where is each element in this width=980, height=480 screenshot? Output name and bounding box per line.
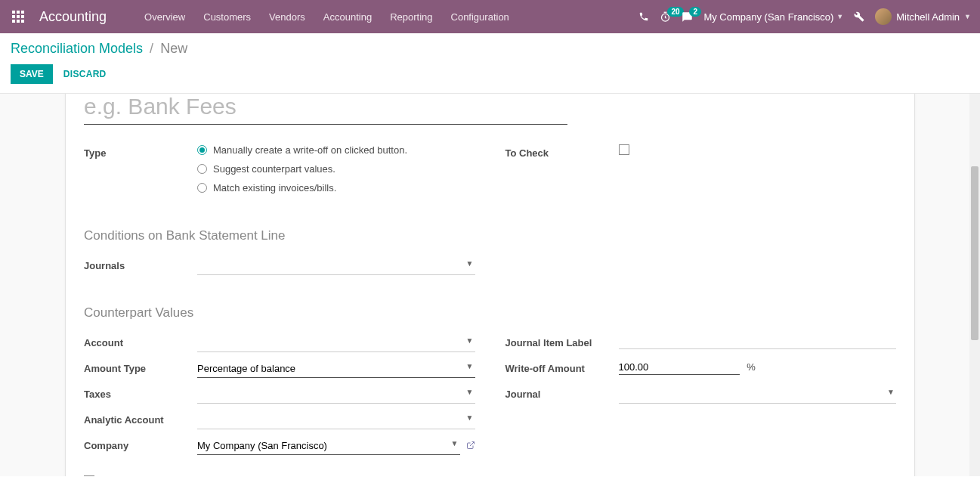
type-option-writeoff[interactable]: Manually create a write-off on clicked b… [197,144,475,156]
debug-icon[interactable] [854,11,864,22]
svg-rect-2 [21,11,24,14]
radio-icon [197,145,207,155]
avatar [875,8,892,25]
to-check-checkbox[interactable] [619,144,629,155]
breadcrumb-current: New [160,41,187,56]
apps-icon[interactable] [6,5,30,29]
radio-icon [197,183,207,193]
nav-menu: Overview Customers Vendors Accounting Re… [137,5,517,29]
form-sheet: Type Manually create a write-off on clic… [65,94,915,476]
name-input[interactable] [84,94,567,125]
control-panel: Reconciliation Models / New SAVE DISCARD [0,33,980,94]
breadcrumb-parent[interactable]: Reconciliation Models [11,41,143,56]
company-input[interactable]: ▼ [197,437,460,455]
label-analytic-account: Analytic Account [84,411,197,426]
label-to-check: To Check [505,144,619,159]
chevron-down-icon: ▼ [466,362,474,370]
chat-icon[interactable]: 2 [682,11,693,23]
label-add-second-line: Add a second line [102,475,180,476]
user-name: Mitchell Admin [896,11,960,23]
writeoff-amount-input[interactable] [619,360,740,375]
scrollbar-thumb[interactable] [971,166,978,340]
label-journal-item-label: Journal Item Label [505,334,619,348]
svg-rect-1 [17,11,20,14]
timer-icon[interactable]: 20 [660,11,671,23]
taxes-input[interactable]: ▼ [197,386,475,404]
label-taxes: Taxes [84,386,197,400]
label-journal: Journal [505,386,619,400]
journal-item-label-input[interactable] [619,334,897,349]
systray: 20 2 My Company (San Francisco) ▼ Mitche… [638,8,971,25]
discard-button[interactable]: DISCARD [63,69,107,79]
svg-rect-4 [17,15,20,18]
vertical-scrollbar[interactable] [969,94,980,476]
nav-configuration[interactable]: Configuration [444,5,517,29]
account-input[interactable]: ▼ [197,334,475,352]
breadcrumb: Reconciliation Models / New [11,41,969,57]
chevron-down-icon: ▼ [466,388,474,396]
nav-accounting[interactable]: Accounting [316,5,379,29]
chevron-down-icon: ▼ [836,13,843,20]
svg-rect-8 [21,20,24,23]
nav-customers[interactable]: Customers [196,5,258,29]
nav-overview[interactable]: Overview [137,5,193,29]
svg-rect-5 [21,15,24,18]
form-viewport: Type Manually create a write-off on clic… [0,94,980,476]
amount-type-select[interactable]: ▼ [197,360,475,378]
breadcrumb-sep: / [150,41,153,56]
chevron-down-icon: ▼ [451,439,459,447]
label-journals: Journals [84,257,197,271]
label-type: Type [84,144,197,159]
writeoff-unit: % [747,361,756,373]
chevron-down-icon: ▼ [466,336,474,345]
save-button[interactable]: SAVE [11,64,53,84]
type-option-label: Manually create a write-off on clicked b… [213,144,407,156]
chevron-down-icon: ▼ [466,259,474,268]
journals-input[interactable]: ▼ [197,257,475,275]
top-navbar: Accounting Overview Customers Vendors Ac… [0,0,980,33]
chevron-down-icon: ▼ [887,388,895,396]
app-brand[interactable]: Accounting [39,9,107,25]
label-account: Account [84,334,197,348]
section-counterpart: Counterpart Values [84,305,896,321]
nav-reporting[interactable]: Reporting [382,5,440,29]
label-writeoff-amount: Write-off Amount [505,360,619,374]
nav-vendors[interactable]: Vendors [261,5,313,29]
user-menu[interactable]: Mitchell Admin ▼ [875,8,971,25]
analytic-account-input[interactable]: ▼ [197,411,475,429]
form-actions: SAVE DISCARD [11,64,969,84]
svg-rect-7 [17,20,20,23]
journal-input[interactable]: ▼ [619,386,897,404]
radio-icon [197,164,207,174]
svg-rect-0 [12,11,15,14]
external-link-icon[interactable] [466,441,475,452]
section-conditions: Conditions on Bank Statement Line [84,228,896,243]
label-amount-type: Amount Type [84,360,197,374]
company-switcher[interactable]: My Company (San Francisco) ▼ [703,11,843,23]
timer-badge: 20 [667,7,683,17]
type-option-match[interactable]: Match existing invoices/bills. [197,182,475,194]
svg-rect-6 [12,20,15,23]
type-option-suggest[interactable]: Suggest counterpart values. [197,163,475,175]
chat-badge: 2 [689,7,701,17]
company-name: My Company (San Francisco) [703,11,833,23]
phone-icon[interactable] [638,11,649,22]
svg-rect-3 [12,15,15,18]
add-second-line-checkbox[interactable] [84,475,94,477]
chevron-down-icon: ▼ [964,13,971,20]
type-option-label: Suggest counterpart values. [213,163,335,175]
label-company: Company [84,437,197,451]
chevron-down-icon: ▼ [466,413,474,422]
type-option-label: Match existing invoices/bills. [213,182,336,194]
svg-line-10 [470,441,475,446]
